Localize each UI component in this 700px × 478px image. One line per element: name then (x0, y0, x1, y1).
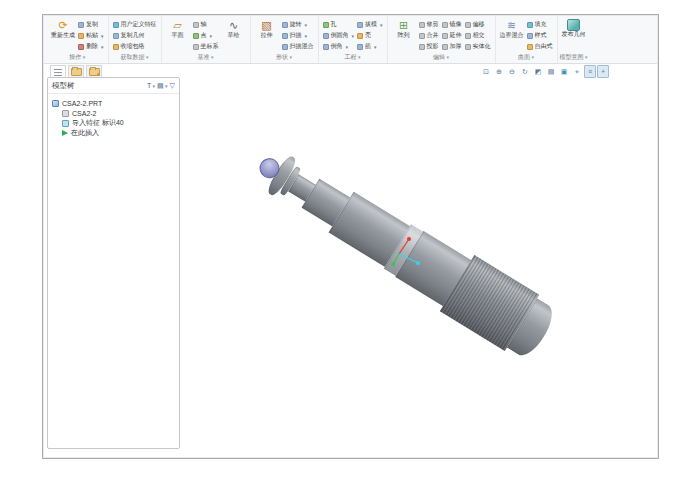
datum-csys-button[interactable]: 坐标系 (193, 42, 219, 51)
delete-icon (78, 44, 84, 50)
datum-plane-button[interactable]: ▱ 平面 (166, 19, 190, 52)
refit-button[interactable]: ⊡ (480, 65, 492, 78)
tree-show-button[interactable]: ▤ (157, 82, 168, 89)
zoom-in-button[interactable]: ⊕ (493, 65, 505, 78)
freestyle-button[interactable]: 自由式 (527, 42, 553, 51)
reorient-button[interactable]: ◩ (532, 65, 544, 78)
copy-button[interactable]: 复制 (78, 20, 104, 29)
fill-button[interactable]: 填充 (527, 20, 553, 29)
project-button[interactable]: 投影 (419, 42, 439, 51)
revolve-button[interactable]: 旋转 (282, 20, 314, 29)
intersect-button[interactable]: 相交 (465, 31, 491, 40)
regenerate-button[interactable]: ⟳ 重新生成 (51, 19, 75, 52)
tree-settings-button[interactable]: T (147, 82, 155, 89)
group-label-editing[interactable]: 编辑 (388, 53, 495, 62)
insert-here-icon (62, 130, 68, 136)
rib-button[interactable]: 筋 (357, 42, 383, 51)
datum-display-icon: ⌖ (575, 68, 579, 75)
paste-button[interactable]: 粘贴 (78, 31, 104, 40)
delete-button[interactable]: 删除 (78, 42, 104, 51)
merge-icon (419, 33, 425, 39)
swept-blend-icon (282, 44, 288, 50)
part-icon (52, 100, 59, 107)
draft-icon (357, 22, 363, 28)
solidify-button[interactable]: 实体化 (465, 42, 491, 51)
sweep-button[interactable]: 扫描 (282, 31, 314, 40)
freestyle-icon (527, 44, 533, 50)
spin-center-button[interactable]: + (597, 65, 609, 78)
thicken-icon (442, 44, 448, 50)
datum-display-button[interactable]: ⌖ (571, 65, 583, 78)
pattern-button[interactable]: ⊞ 阵列 (392, 19, 416, 52)
hole-button[interactable]: 孔 (323, 20, 355, 29)
model-tree: CSA2-2.PRT CSA2-2 导入特征 标识40 在此插入 (48, 94, 179, 142)
datum-csys-icon (193, 44, 199, 50)
annotation-display-button[interactable]: ≡ (584, 65, 596, 78)
group-label-engineering[interactable]: 工程 (319, 53, 387, 62)
favorites-icon (89, 68, 100, 76)
group-label-shapes[interactable]: 形状 (251, 53, 318, 62)
publish-geometry-button[interactable]: 发布几何 (562, 19, 586, 52)
hole-icon (323, 22, 329, 28)
datum-point-button[interactable]: 点 (193, 31, 219, 40)
style-icon (527, 33, 533, 39)
trim-icon (419, 22, 425, 28)
extrude-button[interactable]: ▧ 拉伸 (255, 19, 279, 52)
offset-button[interactable]: 偏移 (465, 20, 491, 29)
shell-icon (357, 33, 363, 39)
copy-geometry-button[interactable]: 复制几何 (113, 31, 157, 40)
refit-icon: ⊡ (483, 68, 489, 75)
paste-icon (78, 33, 84, 39)
extend-button[interactable]: 延伸 (442, 31, 462, 40)
group-label-operations[interactable]: 操作 (47, 53, 108, 62)
saved-orientations-icon: ▤ (548, 68, 555, 75)
tree-item-insert-here[interactable]: 在此插入 (50, 128, 177, 138)
merge-button[interactable]: 合并 (419, 31, 439, 40)
group-label-model-intent[interactable]: 模型意图 (558, 53, 590, 62)
pattern-icon: ⊞ (399, 19, 408, 32)
geometry-feature-icon (62, 110, 69, 117)
draft-button[interactable]: 拔模 (357, 20, 383, 29)
chamfer-button[interactable]: 倒角 (323, 42, 355, 51)
mirror-button[interactable]: 镜像 (442, 20, 462, 29)
trim-button[interactable]: 修剪 (419, 20, 439, 29)
group-label-get-data[interactable]: 获取数据 (109, 53, 161, 62)
model-tree-icon (54, 69, 62, 76)
ribbon-group-datum: ▱ 平面 轴 点 坐标系 ∿ 草绘 (162, 16, 251, 63)
model-tree-header: 模型树 T ▤ ▽ (48, 78, 179, 94)
ribbon-group-model-intent: 发布几何 模型意图 (558, 16, 590, 63)
3d-model-shaft[interactable] (241, 131, 564, 369)
datum-point-icon (193, 33, 199, 39)
tree-item-import-feature[interactable]: 导入特征 标识40 (50, 118, 177, 128)
datum-plane-icon: ▱ (173, 19, 181, 32)
spin-center-icon: + (601, 68, 605, 75)
zoom-out-button[interactable]: ⊖ (506, 65, 518, 78)
annotation-display-icon: ≡ (588, 68, 592, 75)
tree-item-part-root[interactable]: CSA2-2.PRT (50, 98, 177, 108)
ribbon-group-operations: ⟳ 重新生成 复制 粘贴 删除 操作 (47, 16, 109, 63)
sketch-button[interactable]: ∿ 草绘 (222, 19, 246, 52)
solidify-icon (465, 44, 471, 50)
saved-orientations-button[interactable]: ▤ (545, 65, 557, 78)
udf-icon (113, 22, 119, 28)
view-toolbar: ⊡ ⊕ ⊖ ↻ ◩ ▤ ▣ ⌖ ≡ + (480, 65, 609, 78)
swept-blend-button[interactable]: 扫描混合 (282, 42, 314, 51)
tree-item-geometry[interactable]: CSA2-2 (50, 108, 177, 118)
repaint-button[interactable]: ↻ (519, 65, 531, 78)
group-label-surfaces[interactable]: 曲面 (496, 53, 557, 62)
udf-button[interactable]: 用户定义特征 (113, 20, 157, 29)
ribbon-group-get-data: 用户定义特征 复制几何 收缩包络 获取数据 (109, 16, 162, 63)
shell-button[interactable]: 壳 (357, 31, 383, 40)
group-label-datum[interactable]: 基准 (162, 53, 250, 62)
datum-axis-button[interactable]: 轴 (193, 20, 219, 29)
shrinkwrap-button[interactable]: 收缩包络 (113, 42, 157, 51)
regenerate-icon: ⟳ (58, 19, 67, 32)
boundary-blend-button[interactable]: ≋ 边界混合 (500, 19, 524, 52)
style-button[interactable]: 样式 (527, 31, 553, 40)
repaint-icon: ↻ (522, 68, 528, 75)
tree-filter-button[interactable]: ▽ (170, 82, 175, 89)
round-button[interactable]: 倒圆角 (323, 31, 355, 40)
intersect-icon (465, 33, 471, 39)
thicken-button[interactable]: 加厚 (442, 42, 462, 51)
display-style-button[interactable]: ▣ (558, 65, 570, 78)
